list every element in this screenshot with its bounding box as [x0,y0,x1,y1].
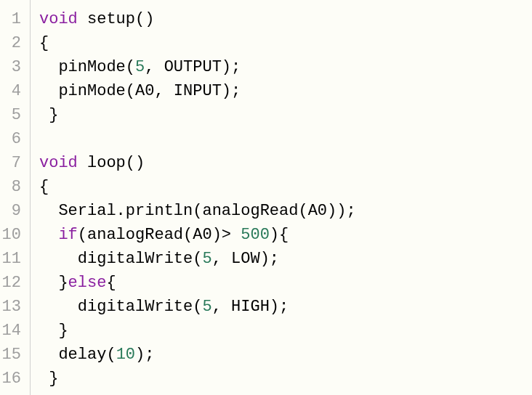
code-line: pinMode(A0, INPUT); [39,79,532,103]
code-line: delay(10); [39,343,532,367]
code-line: } [39,103,532,127]
text-token: } [39,370,58,388]
line-number: 16 [0,367,24,391]
line-number: 11 [0,247,24,271]
code-editor: void setup(){ pinMode(5, OUTPUT); pinMod… [31,0,532,395]
line-number: 2 [0,31,24,55]
text-token: ){ [270,226,289,244]
line-number: 5 [0,103,24,127]
number-token: 5 [202,250,211,268]
text-token: { [106,274,116,292]
text-token [39,226,58,244]
line-number: 8 [0,175,24,199]
line-number: 3 [0,55,24,79]
line-number: 10 [0,223,24,247]
line-number: 1 [0,7,24,31]
code-line: digitalWrite(5, HIGH); [39,295,532,319]
code-line: } [39,367,532,391]
code-line: if(analogRead(A0)> 500){ [39,223,532,247]
text-token: } [39,274,68,292]
line-number: 13 [0,295,24,319]
code-line: digitalWrite(5, LOW); [39,247,532,271]
text-token: pinMode( [39,58,135,76]
text-token: digitalWrite( [39,250,202,268]
code-line: void setup() [39,7,532,31]
text-token: pinMode(A0, INPUT); [39,82,241,100]
text-token: delay( [39,346,116,364]
keyword-token: else [68,274,107,292]
keyword-token: void [39,154,78,172]
code-line: { [39,175,532,199]
number-token: 500 [241,226,270,244]
text-token: digitalWrite( [39,298,202,316]
text-token: { [39,178,49,196]
line-number-gutter: 12345678910111213141516 [0,0,31,395]
line-number: 12 [0,271,24,295]
line-number: 6 [0,127,24,151]
line-number: 14 [0,319,24,343]
line-number: 9 [0,199,24,223]
text-token: ); [135,346,154,364]
number-token: 10 [116,346,135,364]
code-line [39,127,532,151]
text-token: loop() [78,154,145,172]
text-token: (analogRead(A0)> [78,226,241,244]
text-token: } [39,322,68,340]
text-token: , LOW); [212,250,279,268]
number-token: 5 [202,298,211,316]
line-number: 7 [0,151,24,175]
line-number: 4 [0,79,24,103]
code-line: }else{ [39,271,532,295]
line-number: 15 [0,343,24,367]
text-token: { [39,34,49,52]
text-token: , OUTPUT); [145,58,241,76]
text-token: } [39,106,58,124]
keyword-token: void [39,10,78,28]
text-token: , HIGH); [212,298,289,316]
code-line: void loop() [39,151,532,175]
code-line: } [39,319,532,343]
number-token: 5 [135,58,145,76]
keyword-token: if [58,226,77,244]
text-token: Serial.println(analogRead(A0)); [39,202,356,220]
code-line: { [39,31,532,55]
code-line: Serial.println(analogRead(A0)); [39,199,532,223]
code-line: pinMode(5, OUTPUT); [39,55,532,79]
text-token: setup() [78,10,155,28]
